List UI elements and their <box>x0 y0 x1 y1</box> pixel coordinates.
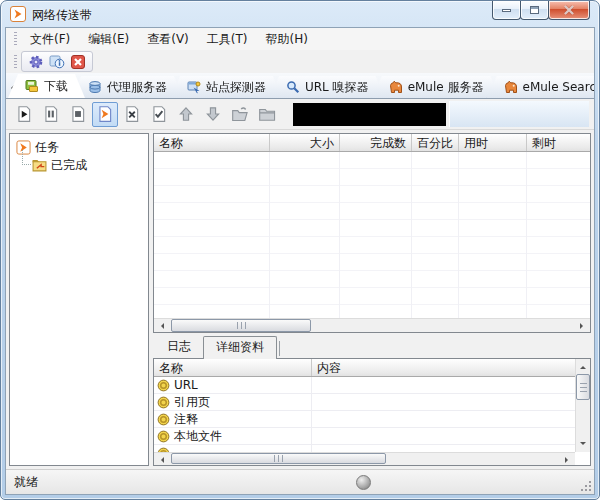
tab-label: 下载 <box>44 78 68 95</box>
detail-name: 本地文件 <box>174 428 222 445</box>
scroll-right-button[interactable] <box>576 319 590 332</box>
detail-value <box>312 411 575 427</box>
download-icon <box>25 79 39 93</box>
scroll-down-button[interactable] <box>576 438 590 452</box>
start-icon <box>15 105 33 123</box>
proxy-servers-icon <box>88 80 102 94</box>
pause-button[interactable] <box>38 102 64 127</box>
scroll-left-button[interactable] <box>154 453 168 466</box>
details-hscrollbar[interactable] <box>154 452 575 465</box>
downloads-hscrollbar[interactable] <box>154 318 590 332</box>
col-size[interactable]: 大小 <box>270 134 340 151</box>
stop-button[interactable] <box>65 102 91 127</box>
exit-button[interactable] <box>69 53 87 70</box>
new-download-icon <box>96 105 114 123</box>
col-percent[interactable]: 百分比 <box>412 134 459 151</box>
column-separator <box>269 152 270 318</box>
tab-emule-search[interactable]: eMule Search <box>487 76 596 98</box>
exit-red-x-icon <box>70 54 86 70</box>
tab-downloads[interactable]: 下载 <box>8 74 85 98</box>
thumb-grip-icon <box>237 322 246 329</box>
hscroll-thumb[interactable] <box>171 453 386 464</box>
arrow-right-icon <box>565 457 571 463</box>
scroll-up-button[interactable] <box>576 359 590 373</box>
menu-tools[interactable]: 工具(T) <box>198 28 257 51</box>
tab-url-sniffer[interactable]: URL 嗅探器 <box>269 76 386 98</box>
scroll-right-button[interactable] <box>561 453 575 466</box>
arrow-left-icon <box>158 323 164 329</box>
move-down-button[interactable] <box>200 102 226 127</box>
coin-icon <box>157 396 170 409</box>
col-completed[interactable]: 完成数 <box>340 134 412 151</box>
hscroll-thumb[interactable] <box>171 319 311 332</box>
detail-value <box>312 428 575 444</box>
col-detail-name[interactable]: 名称 <box>154 359 312 376</box>
tree-item-completed[interactable]: 已完成 <box>12 156 146 174</box>
tree-item-tasks[interactable]: 任务 <box>12 138 146 156</box>
pause-icon <box>42 105 60 123</box>
resize-grip[interactable] <box>580 480 592 492</box>
coin-icon <box>157 413 170 426</box>
titlebar[interactable]: 网络传送带 <box>1 1 599 27</box>
open-file-button[interactable] <box>227 102 253 127</box>
close-button[interactable] <box>548 1 590 20</box>
detail-panel: 日志 详细资料 名称 内容 <box>153 338 591 466</box>
tab-details[interactable]: 详细资料 <box>203 336 277 359</box>
properties-check-icon <box>150 105 168 123</box>
options-button[interactable] <box>27 53 45 70</box>
status-orb-icon <box>356 475 371 490</box>
site-explorer-icon <box>187 80 201 94</box>
menu-view[interactable]: 查看(V) <box>138 28 198 51</box>
detail-row-url[interactable]: URL <box>154 377 575 394</box>
maximize-button[interactable] <box>520 1 549 20</box>
downloads-table-body[interactable] <box>154 152 590 318</box>
detail-row-local-file[interactable]: 本地文件 <box>154 428 575 445</box>
tab-label: 代理服务器 <box>107 79 167 96</box>
details-vscrollbar[interactable] <box>575 359 590 452</box>
toolbar-grip[interactable] <box>14 55 17 69</box>
menu-file[interactable]: 文件(F) <box>21 28 79 51</box>
col-elapsed[interactable]: 用时 <box>459 134 527 151</box>
detail-tabs: 日志 详细资料 <box>153 338 591 358</box>
coin-icon <box>157 379 170 392</box>
detail-row-comment[interactable]: 注释 <box>154 411 575 428</box>
start-button[interactable] <box>11 102 37 127</box>
info-button[interactable] <box>48 53 66 70</box>
col-remaining[interactable]: 剩时 <box>527 134 590 151</box>
column-separator <box>526 152 527 318</box>
menu-edit[interactable]: 编辑(E) <box>79 28 138 51</box>
statusbar: 就绪 <box>6 469 594 494</box>
detail-row-referrer[interactable]: 引用页 <box>154 394 575 411</box>
details-table: 名称 内容 URL <box>153 358 591 466</box>
detail-row-partial[interactable] <box>154 445 575 452</box>
new-download-button[interactable] <box>92 102 118 127</box>
toolbar-blue-pane <box>449 101 589 127</box>
col-detail-value[interactable]: 内容 <box>312 359 575 376</box>
open-folder-button[interactable] <box>254 102 280 127</box>
delete-button[interactable] <box>119 102 145 127</box>
menu-help[interactable]: 帮助(H) <box>257 28 317 51</box>
emule-donkey-icon <box>389 80 403 94</box>
column-separator <box>339 152 340 318</box>
move-up-icon <box>177 105 195 123</box>
maximize-icon <box>530 6 539 14</box>
tab-proxy-servers[interactable]: 代理服务器 <box>71 76 184 98</box>
details-rows: URL 引用页 <box>154 377 575 452</box>
scroll-left-button[interactable] <box>154 319 168 332</box>
properties-button[interactable] <box>146 102 172 127</box>
tab-emule-servers[interactable]: eMule 服务器 <box>372 76 501 98</box>
tab-site-explorer[interactable]: 站点探测器 <box>170 76 283 98</box>
tree-item-label: 任务 <box>35 139 59 156</box>
info-icon <box>49 54 65 70</box>
move-down-icon <box>204 105 222 123</box>
tab-log[interactable]: 日志 <box>155 336 203 358</box>
folder-icon <box>258 105 276 123</box>
detail-value <box>312 394 575 410</box>
move-up-button[interactable] <box>173 102 199 127</box>
toolbar-grip[interactable] <box>14 32 17 46</box>
open-file-folder-icon <box>231 105 249 123</box>
window-title: 网络传送带 <box>32 7 92 24</box>
minimize-button[interactable] <box>492 1 521 20</box>
vscroll-thumb[interactable] <box>576 374 590 400</box>
col-name[interactable]: 名称 <box>154 134 270 151</box>
